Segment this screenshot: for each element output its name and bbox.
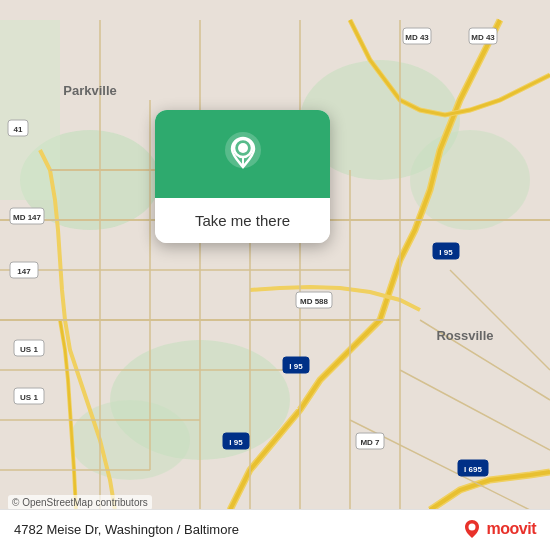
svg-point-4: [70, 400, 190, 480]
svg-text:MD 7: MD 7: [360, 438, 380, 447]
svg-text:41: 41: [14, 125, 23, 134]
popup-triangle: [229, 241, 257, 243]
svg-text:MD 43: MD 43: [405, 33, 429, 42]
popup-card: Take me there: [155, 110, 330, 243]
svg-text:MD 147: MD 147: [13, 213, 42, 222]
svg-text:I 95: I 95: [439, 248, 453, 257]
svg-text:I 95: I 95: [289, 362, 303, 371]
svg-text:I 695: I 695: [464, 465, 482, 474]
address-label: 4782 Meise Dr, Washington / Baltimore: [14, 522, 239, 537]
svg-point-58: [468, 524, 475, 531]
svg-text:US 1: US 1: [20, 393, 38, 402]
map-attribution: © OpenStreetMap contributors: [8, 495, 152, 510]
svg-text:Rossville: Rossville: [436, 328, 493, 343]
svg-text:MD 43: MD 43: [471, 33, 495, 42]
svg-text:US 1: US 1: [20, 345, 38, 354]
moovit-pin-icon: [461, 518, 483, 540]
take-me-there-button[interactable]: Take me there: [155, 198, 330, 243]
location-pin-icon: [221, 130, 265, 174]
map-svg: MD 43 MD 43 41 MD 147 147 US 1 US 1 I 95…: [0, 0, 550, 550]
svg-text:147: 147: [17, 267, 31, 276]
moovit-brand-text: moovit: [487, 520, 536, 538]
svg-point-5: [410, 130, 530, 230]
svg-point-57: [238, 143, 248, 153]
map-container: MD 43 MD 43 41 MD 147 147 US 1 US 1 I 95…: [0, 0, 550, 550]
svg-text:Parkville: Parkville: [63, 83, 117, 98]
popup-header: [155, 110, 330, 198]
moovit-logo: moovit: [461, 518, 536, 540]
bottom-bar: 4782 Meise Dr, Washington / Baltimore mo…: [0, 509, 550, 550]
svg-text:I 95: I 95: [229, 438, 243, 447]
svg-text:MD 588: MD 588: [300, 297, 329, 306]
